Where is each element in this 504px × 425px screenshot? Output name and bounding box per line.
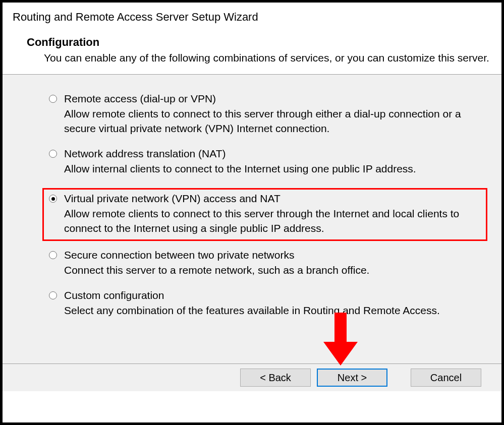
option-label: Virtual private network (VPN) access and… (64, 193, 281, 205)
arrow-down-icon (320, 313, 361, 368)
config-subtext: You can enable any of the following comb… (44, 51, 491, 65)
radio-icon[interactable] (49, 150, 57, 158)
option-label: Custom configuration (64, 289, 164, 301)
option-custom-config[interactable]: Custom configuration Select any combinat… (49, 289, 481, 318)
option-description: Allow remote clients to connect to this … (64, 107, 481, 136)
wizard-window: Routing and Remote Access Server Setup W… (0, 0, 504, 425)
svg-marker-1 (323, 342, 358, 366)
config-heading: Configuration (27, 36, 491, 49)
option-label: Network address translation (NAT) (64, 148, 226, 160)
option-description: Allow remote clients to connect to this … (64, 207, 480, 235)
window-title: Routing and Remote Access Server Setup W… (13, 11, 491, 24)
cancel-button[interactable]: Cancel (411, 369, 481, 387)
wizard-header: Routing and Remote Access Server Setup W… (3, 3, 501, 74)
radio-icon[interactable] (49, 251, 57, 259)
option-label: Remote access (dial-up or VPN) (64, 93, 216, 105)
option-secure-connection[interactable]: Secure connection between two private ne… (49, 249, 481, 277)
option-label: Secure connection between two private ne… (64, 249, 294, 261)
option-description: Select any combination of the features a… (64, 303, 481, 318)
radio-icon[interactable] (49, 195, 57, 203)
option-remote-access[interactable]: Remote access (dial-up or VPN) Allow rem… (49, 93, 481, 136)
wizard-footer: < Back Next > Cancel (3, 364, 501, 391)
option-vpn-and-nat[interactable]: Virtual private network (VPN) access and… (42, 188, 487, 241)
radio-icon[interactable] (49, 291, 57, 299)
next-button[interactable]: Next > (317, 369, 387, 387)
back-button[interactable]: < Back (240, 369, 311, 387)
radio-icon[interactable] (49, 95, 57, 103)
option-description: Connect this server to a remote network,… (64, 263, 481, 277)
option-description: Allow internal clients to connect to the… (64, 162, 481, 176)
option-nat[interactable]: Network address translation (NAT) Allow … (49, 148, 481, 176)
options-area: Remote access (dial-up or VPN) Allow rem… (3, 75, 501, 363)
